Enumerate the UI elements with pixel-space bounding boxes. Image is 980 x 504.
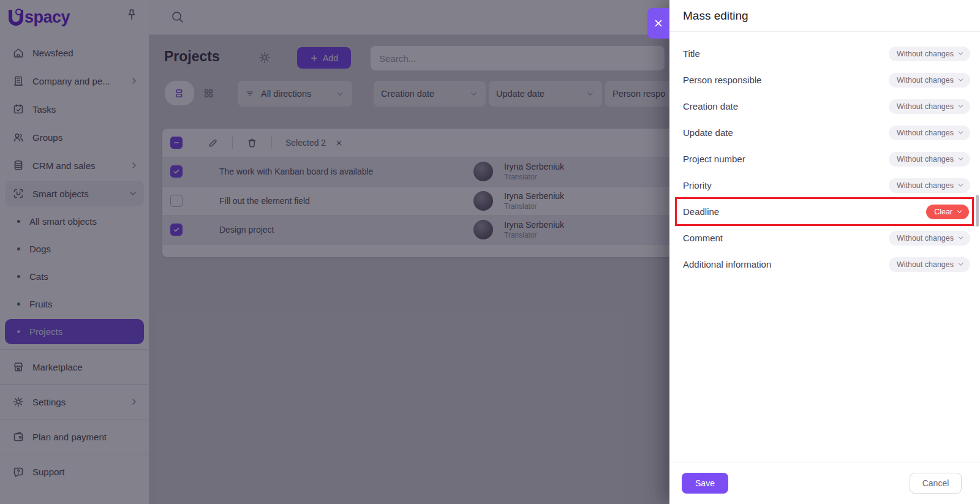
field-row-creation-date: Creation date Without changes [669,93,980,119]
field-value: Without changes [897,234,954,243]
chevron-down-icon [957,50,965,58]
field-value-dropdown[interactable]: Clear [926,205,969,219]
field-value-dropdown[interactable]: Without changes [889,152,970,167]
field-row-update-date: Update date Without changes [669,119,980,146]
drawer-footer: Save Cancel [669,462,980,504]
save-button[interactable]: Save [682,473,728,494]
field-value-dropdown[interactable]: Without changes [889,47,970,61]
field-label: Additional information [683,259,771,269]
field-label: Project number [683,154,745,164]
chevron-down-icon [957,181,965,189]
chevron-down-icon [957,102,965,110]
field-label: Title [683,48,700,59]
chevron-down-icon [957,234,965,242]
field-value-dropdown[interactable]: Without changes [889,126,970,140]
field-value: Without changes [897,102,954,111]
field-row-additional-information: Additional information Without changes [669,251,980,277]
field-value: Clear [934,208,952,216]
field-row-title: Title Without changes [669,40,980,67]
chevron-down-icon [957,155,965,163]
chevron-down-icon [957,76,965,84]
field-value-dropdown[interactable]: Without changes [889,178,970,193]
drawer-header: Mass editing [669,0,980,32]
field-label: Comment [683,233,723,243]
field-label: Creation date [683,101,738,111]
field-label: Update date [683,127,733,138]
modal-backdrop[interactable] [0,0,669,504]
scrollbar-thumb[interactable] [976,195,979,227]
cancel-button[interactable]: Cancel [910,473,962,494]
close-icon [654,18,663,28]
field-label: Deadline [683,206,719,217]
field-row-priority: Priority Without changes [669,172,980,198]
field-value-dropdown[interactable]: Without changes [889,73,970,88]
field-label: Person responsible [683,75,761,85]
chevron-down-icon [956,208,963,216]
chevron-down-icon [957,260,965,268]
app-window: spacy Newsfeed Company and pe... Tasks G… [0,0,980,504]
chevron-down-icon [957,129,965,137]
close-drawer-button[interactable] [647,8,669,39]
field-row-project-number: Project number Without changes [669,146,980,172]
field-value-dropdown[interactable]: Without changes [889,231,970,246]
field-value-dropdown[interactable]: Without changes [889,99,970,114]
field-value: Without changes [897,76,954,85]
mass-editing-drawer: Mass editing Title Without changes Perso… [669,0,980,504]
field-value: Without changes [897,155,954,164]
field-value: Without changes [897,181,954,190]
field-value-dropdown[interactable]: Without changes [889,257,970,272]
field-label: Priority [683,180,712,190]
field-row-comment: Comment Without changes [669,225,980,251]
drawer-title: Mass editing [683,9,748,23]
field-value: Without changes [897,50,954,58]
field-value: Without changes [897,129,954,137]
drawer-fields: Title Without changes Person responsible… [669,32,980,277]
field-value: Without changes [897,260,954,269]
field-row-person-responsible: Person responsible Without changes [669,67,980,93]
field-row-deadline: Deadline Clear [669,198,980,225]
